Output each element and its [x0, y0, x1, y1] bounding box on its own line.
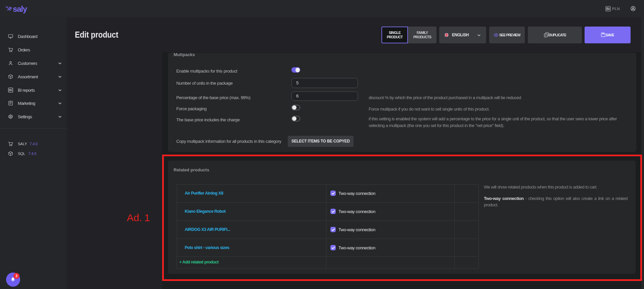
- svg-text:Bi: Bi: [9, 88, 12, 92]
- svg-text:Bi: Bi: [606, 7, 610, 11]
